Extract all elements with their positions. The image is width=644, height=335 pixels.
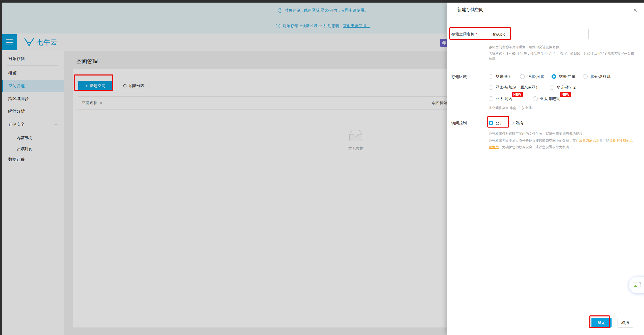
hamburger-menu-button[interactable] [2,34,17,50]
radio-icon [583,74,588,79]
sort-icon[interactable] [100,101,102,105]
sidebar-item-statistics[interactable]: 统计分析 [2,105,64,117]
sidebar-item-data-migration[interactable]: 数据迁移 [2,154,64,165]
name-help-line2: 名称格式为 3 ~ 63 个字符，可以包含小写字母、数字、短划线，且必须以小写字… [489,51,637,62]
radio-icon [489,85,493,90]
radio-icon [533,96,538,101]
name-help-line1: 存储空间名称不允许重复，遇到冲突请更换名称。 [489,44,562,50]
space-name-label: 存储空间名称* [451,32,477,37]
banner-apply-link[interactable]: 立即申请使用。 [343,23,370,28]
new-badge: NEW [560,92,571,97]
radio-checked-icon [552,74,556,79]
new-space-button[interactable]: + 新建空间 [78,81,112,91]
top-navbar: 七牛云 [2,34,447,51]
region-help: 此空间将会在 华南-广东 创建。 [489,105,535,111]
radio-label: 华东-浙江 [496,74,512,79]
drawer-divider [447,18,644,18]
access-help-paragraph: 公开权限允许不通过身份验证直接读取您空间中的数据，存在流量盗刷风险并可能导致不预… [489,137,635,150]
chevron-up-icon [54,123,58,127]
drawer-footer: 确定 取消 [447,312,644,335]
radio-icon [489,74,493,79]
traffic-risk-link[interactable]: 流量盗刷风险 [579,139,599,143]
sidebar-item-overview[interactable]: 概览 [2,67,64,79]
drawer-title: 新建存储空间 [457,7,484,13]
console-background: 对象存储上线新区域 亚太-河内， 立即申请使用。 对象存储上线新区域 亚太-胡志… [2,3,447,335]
space-name-input[interactable] [489,29,589,39]
banner-region-hochiminh: 对象存储上线新区域 亚太-胡志明， 立即申请使用。 [2,18,447,34]
column-space-tag: 空间标签 [431,101,447,106]
access-row: 公开 私有 [489,118,531,128]
table-header-row: 空间名称 空间标签 [78,96,447,110]
radio-label: 亚太-新加坡（原东南亚） [496,85,539,90]
radio-label: 华南-广东 [558,74,575,79]
column-label: 空间名称 [82,100,97,105]
radio-label: 亚太-河内 [496,96,512,101]
main-content: 空间管理 + 新建空间 刷新列表 [65,51,447,335]
access-help-text: 公开权限允许不通过身份验证直接读取您空间中的数据，存在 [489,139,579,143]
region-row-2: 亚太-新加坡（原东南亚） 华东-浙江2 [489,83,583,92]
promo-badge[interactable]: 年 [440,39,447,47]
radio-access-private[interactable]: 私有 [509,121,524,125]
sidebar-item-label: 存储安全 [8,122,25,127]
banner-text: 对象存储上线新区域 亚太-河内， [285,8,341,13]
radio-icon [520,74,525,79]
radio-region-huabei-hebei[interactable]: 华北-河北 [520,74,544,79]
close-icon[interactable]: ✕ [632,6,638,14]
broken-image-icon [633,281,641,289]
refresh-icon [123,84,127,88]
radio-region-huadong-zhejiang[interactable]: 华东-浙江 [489,74,512,79]
refresh-list-button[interactable]: 刷新列表 [118,81,149,91]
banner-apply-link[interactable]: 立即申请使用。 [341,8,368,13]
sidebar-item-space-management[interactable]: 空间管理 [2,80,64,92]
new-space-button-label: 新建空间 [90,83,105,88]
radio-region-huadong-zhejiang2[interactable]: 华东-浙江2 [550,85,575,90]
radio-label: 华东-浙江2 [557,85,575,90]
sidebar: 对象存储 概览 空间管理 跨区域同步 统计分析 存储安全 内容审核 违规列表 数… [2,51,64,335]
access-control-label: 访问控制 [451,121,467,125]
empty-state: 暂无数据 [330,129,382,151]
label-text: 存储空间名称 [451,32,474,36]
radio-label: 华北-河北 [527,74,544,79]
radio-icon [550,85,554,90]
access-help-text: 并可能 [599,139,609,143]
empty-state-text: 暂无数据 [330,146,382,151]
confirm-button[interactable]: 确定 [591,318,612,328]
radio-region-hanoi[interactable]: 亚太-河内 NEW [489,96,512,101]
qiniu-bull-icon [24,38,35,47]
floating-helper-widget[interactable] [629,277,644,294]
radio-region-singapore[interactable]: 亚太-新加坡（原东南亚） [489,85,539,90]
sidebar-item-content-review[interactable]: 内容审核 [2,132,64,144]
radio-label: 公开 [496,121,503,125]
screenshot-viewport: 对象存储上线新区域 亚太-河内， 立即申请使用。 对象存储上线新区域 亚太-胡志… [0,0,644,335]
radio-region-beimei-losangeles[interactable]: 北美-洛杉矶 [583,74,611,79]
radio-access-public[interactable]: 公开 [489,121,503,125]
sidebar-divider [7,65,58,66]
radio-label: 北美-洛杉矶 [590,74,611,79]
radio-icon [489,96,493,101]
app-window: 对象存储上线新区域 亚太-河内， 立即申请使用。 对象存储上线新区域 亚太-胡志… [2,3,644,335]
cancel-button[interactable]: 取消 [617,318,633,328]
info-icon [276,24,280,28]
column-space-name[interactable]: 空间名称 [82,100,102,105]
page-title: 空间管理 [76,58,98,65]
space-list-card: + 新建空间 刷新列表 空间名称 [73,69,447,328]
radio-label: 亚太-胡志明 [540,96,561,101]
plus-icon: + [85,83,88,88]
radio-icon [509,121,514,125]
radio-checked-icon [489,121,493,125]
access-help-line1: 公开权限仅对读取空间内的文件生效，写操作需要拥有者的授权。 [489,131,586,136]
sidebar-item-cross-region-sync[interactable]: 跨区域同步 [2,93,64,105]
qiniu-logo[interactable]: 七牛云 [24,34,57,51]
create-space-drawer: 新建存储空间 ✕ 存储空间名称* 存储空间名称不允许重复，遇到冲突请更换名称。 … [447,3,644,335]
radio-region-hochiminh[interactable]: 亚太-胡志明 NEW [533,96,561,101]
info-icon [278,8,282,13]
sidebar-item-storage-security[interactable]: 存储安全 [2,119,64,130]
radio-region-huanan-guangdong[interactable]: 华南-广东 [552,74,575,79]
empty-tray-icon [347,129,365,143]
logo-text: 七牛云 [37,38,57,47]
refresh-button-label: 刷新列表 [129,83,145,88]
access-help-text: 。为确保您的数据安全，建议您设置权限为私有。 [499,145,572,149]
region-label: 存储区域 [451,74,467,79]
banner-text: 对象存储上线新区域 亚太-胡志明， [283,23,343,28]
notification-banners: 对象存储上线新区域 亚太-河内， 立即申请使用。 对象存储上线新区域 亚太-胡志… [2,3,447,34]
